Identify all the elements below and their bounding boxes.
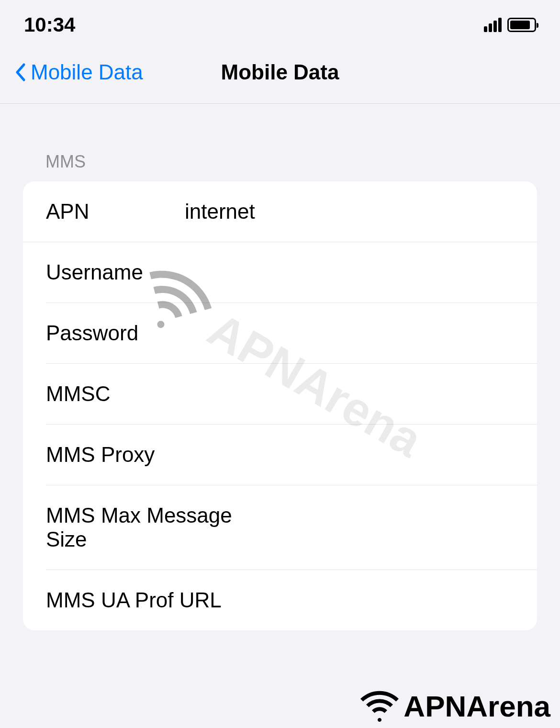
mmsc-row[interactable]: MMSC [46,364,537,425]
mms-settings-group: APN Username Password MMSC MMS Proxy MMS… [23,181,537,630]
back-label: Mobile Data [31,60,143,84]
section-header: MMS [0,104,560,181]
mms-proxy-row[interactable]: MMS Proxy [46,425,537,485]
mms-max-size-input[interactable] [274,515,537,539]
mmsc-input[interactable] [185,382,537,406]
username-label: Username [46,260,185,284]
navigation-bar: Mobile Data Mobile Data [0,46,560,104]
mms-proxy-input[interactable] [185,443,537,467]
footer-logo: APNArena [360,689,550,723]
status-indicators [484,18,536,32]
username-input[interactable] [185,260,537,284]
apn-label: APN [46,200,185,224]
status-time: 10:34 [24,13,75,36]
battery-icon [507,18,536,32]
mms-ua-prof-url-input[interactable] [222,588,537,612]
mms-ua-prof-url-row[interactable]: MMS UA Prof URL [23,570,537,630]
mmsc-label: MMSC [46,382,185,406]
password-row[interactable]: Password [46,303,537,364]
apn-input[interactable] [185,200,537,224]
mms-ua-prof-url-label: MMS UA Prof URL [46,588,222,612]
password-label: Password [46,321,185,345]
footer-brand: APNArena [403,689,550,723]
mms-proxy-label: MMS Proxy [46,443,185,467]
status-bar: 10:34 [0,0,560,46]
chevron-back-icon [14,63,26,82]
username-row[interactable]: Username [46,242,537,303]
password-input[interactable] [185,321,537,345]
page-title: Mobile Data [221,60,339,84]
mms-max-size-row[interactable]: MMS Max Message Size [46,485,537,570]
wifi-icon [360,690,399,723]
cellular-signal-icon [484,18,502,32]
back-button[interactable]: Mobile Data [14,60,143,84]
apn-row[interactable]: APN [23,181,537,242]
mms-max-size-label: MMS Max Message Size [46,504,274,551]
